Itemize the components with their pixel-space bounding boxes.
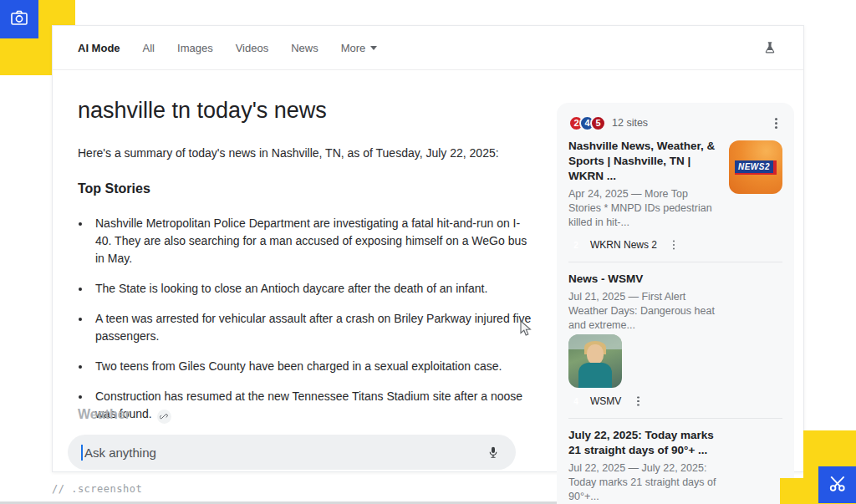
sources-overflow-menu-icon[interactable] [769,116,782,130]
ask-anything-input[interactable]: Ask anything [68,435,516,470]
source-title[interactable]: Nashville News, Weather, & Sports | Nash… [568,139,719,184]
citation-link-icon[interactable] [157,410,171,424]
tab-all[interactable]: All [143,42,155,54]
search-nav-tabs: AI Mode All Images Videos News More [78,42,377,54]
source-overflow-menu-icon[interactable] [631,395,645,408]
favicon-stack: 2 4 5 [568,115,606,131]
news2-logo: NEWS2 [735,160,777,175]
scissors-icon [827,472,848,497]
top-stories-list: Nashville Metropolitan Police Department… [79,215,535,436]
story-bullet: A teen was arrested for vehicular assaul… [91,310,535,345]
story-bullet: Nashville Metropolitan Police Department… [91,215,535,267]
decor-yellow-strip-bottom-right [780,478,822,504]
divider [568,418,782,419]
microphone-icon[interactable] [484,443,502,461]
source-name: WKRN News 2 [590,239,657,251]
source-name: WSMV [590,395,621,407]
story-bullet: Two teens from Giles County have been ch… [91,358,535,375]
weather-heading: Weather [78,407,130,422]
source-title[interactable]: July 22, 2025: Today marks 21 straight d… [568,428,719,458]
sources-panel: 2 4 5 12 sites Nashville News, Weather, … [557,103,794,504]
decor-blue-square-top-left [0,0,38,38]
top-stories-heading: Top Stories [78,181,150,196]
tab-news[interactable]: News [291,42,318,54]
source-card-newschannel5: July 22, 2025: Today marks 21 straight d… [568,428,782,504]
tab-ai-mode[interactable]: AI Mode [78,42,120,54]
decor-blue-square-bottom-right [818,466,856,503]
tab-images[interactable]: Images [177,42,213,54]
source-thumbnail[interactable] [568,334,622,388]
tab-more[interactable]: More [341,42,378,54]
text-caret [81,445,83,461]
divider [568,262,782,262]
tab-videos[interactable]: Videos [236,42,269,54]
labs-flask-icon[interactable] [760,38,780,58]
ask-input-placeholder: Ask anything [84,445,156,460]
source-attribution[interactable]: 2 WKRN News 2 [568,237,719,252]
sources-header: 2 4 5 12 sites [568,114,782,132]
wsmv-favicon-icon: 4 [568,394,583,409]
story-bullet: The State is looking to close an Antioch… [91,280,535,298]
screenshot-stage: // .screenshot AI Mode All Images Videos… [0,0,856,504]
wkrn-favicon-icon: 2 [568,237,583,252]
query-title: nashville tn today's news [78,98,327,124]
favicon-newschannel5-icon: 5 [590,115,606,131]
source-card-wsmv: News - WSMV Jul 21, 2025 — First Alert W… [568,272,782,409]
source-title[interactable]: News - WSMV [568,272,719,287]
story-bullet: Construction has resumed at the new Tenn… [91,388,535,424]
search-nav-bar: AI Mode All Images Videos News More [53,26,803,70]
source-snippet: Apr 24, 2025 — More Top Stories * MNPD I… [568,187,719,230]
camera-icon [9,8,29,31]
source-card-wkrn: Nashville News, Weather, & Sports | Nash… [568,139,782,252]
answer-intro: Here's a summary of today's news in Nash… [78,146,499,160]
screenshot-watermark: // .screenshot [52,483,142,495]
search-results-card: AI Mode All Images Videos News More nash… [52,25,804,472]
source-snippet: Jul 21, 2025 — First Alert Weather Days:… [568,290,719,333]
source-overflow-menu-icon[interactable] [667,238,680,252]
sites-count-label: 12 sites [612,117,648,129]
source-attribution[interactable]: 4 WSMV [568,394,719,409]
source-snippet: Jul 22, 2025 — July 22, 2025: Today mark… [568,461,719,504]
source-thumbnail[interactable]: NEWS2 [729,140,782,194]
